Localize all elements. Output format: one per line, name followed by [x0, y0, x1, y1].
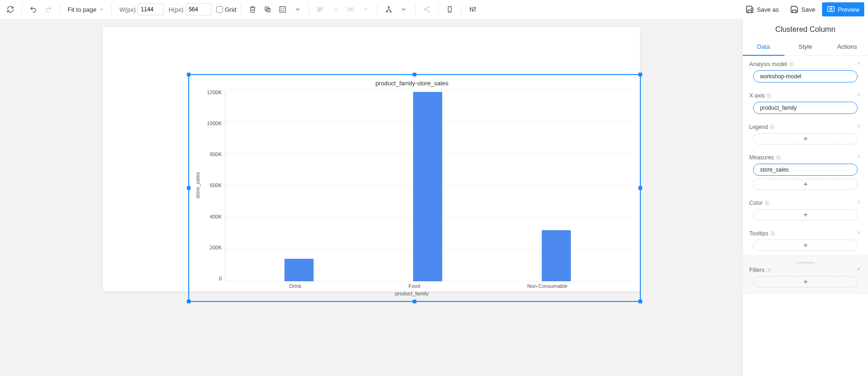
tab-actions[interactable]: Actions	[826, 38, 868, 55]
panel-tabs: Data Style Actions	[743, 38, 868, 56]
plus-icon	[802, 135, 809, 142]
preview-button[interactable]: Preview	[822, 2, 864, 16]
svg-point-11	[386, 11, 388, 12]
align-left-chevron[interactable]	[329, 3, 342, 16]
y-tick: 400K	[210, 214, 222, 219]
plus-icon	[802, 242, 809, 248]
analysis-model-pill[interactable]: workshop-model	[753, 70, 858, 83]
section-legend: Legendi	[743, 119, 868, 149]
report-page[interactable]: product_family-store_sales store_sales 1…	[103, 27, 640, 292]
distribute-button[interactable]	[344, 3, 357, 16]
settings-sliders-button[interactable]	[466, 3, 479, 16]
x-tick: Food	[408, 283, 420, 289]
y-tick: 1200K	[207, 90, 222, 95]
info-icon: i	[764, 200, 770, 206]
height-input[interactable]	[185, 3, 212, 15]
svg-point-25	[475, 7, 476, 8]
measures-pill[interactable]: store_sales	[753, 164, 858, 176]
width-label: W(px)	[119, 6, 136, 13]
section-tooltips: Tooltipsi	[743, 225, 868, 256]
plot-area	[225, 90, 630, 281]
svg-point-21	[470, 8, 471, 9]
y-tick: 200K	[210, 245, 222, 250]
mobile-button[interactable]	[443, 3, 456, 16]
redo-button[interactable]	[42, 3, 55, 16]
hierarchy-button[interactable]	[382, 3, 395, 16]
chevron-right-icon[interactable]	[856, 199, 861, 206]
grid-label: Grid	[225, 6, 237, 13]
legend-add[interactable]	[753, 133, 858, 144]
color-add[interactable]	[753, 209, 858, 220]
info-icon: i	[776, 155, 781, 160]
save-as-button[interactable]: Save as	[741, 2, 784, 16]
y-axis-label: store_sales	[194, 172, 201, 198]
delete-button[interactable]	[246, 3, 259, 16]
save-button[interactable]: Save	[785, 2, 820, 16]
bar-Non-Consumable[interactable]	[542, 230, 571, 281]
save-as-label: Save as	[757, 6, 779, 13]
tab-style[interactable]: Style	[784, 38, 826, 55]
svg-rect-3	[282, 8, 284, 10]
save-label: Save	[801, 6, 815, 13]
y-ticks: 1200K 1000K 800K 600K 400K 200K 0	[201, 90, 225, 281]
info-icon: i	[766, 93, 772, 98]
copy-button[interactable]	[261, 3, 274, 16]
width-input[interactable]	[138, 3, 164, 15]
align-left-button[interactable]	[314, 3, 327, 16]
svg-point-12	[390, 11, 392, 12]
chevron-right-icon[interactable]	[856, 154, 861, 161]
svg-rect-9	[350, 8, 352, 10]
x-tick: Drink	[289, 283, 301, 289]
y-tick: 0	[219, 276, 222, 281]
height-label: H(px)	[169, 6, 184, 13]
chevron-right-icon[interactable]	[856, 92, 861, 99]
bar-Food[interactable]	[413, 92, 442, 281]
drag-handle-icon[interactable]	[796, 262, 815, 263]
share-button[interactable]	[420, 3, 433, 16]
svg-rect-2	[280, 7, 285, 12]
undo-button[interactable]	[27, 3, 40, 16]
section-x-axis: X-axisi product_family	[743, 87, 868, 119]
hierarchy-chevron[interactable]	[397, 3, 410, 16]
x-ticks: Drink Food Non-Consumable	[227, 281, 630, 289]
svg-point-15	[428, 11, 430, 12]
fit-button[interactable]	[276, 3, 289, 16]
tab-data[interactable]: Data	[743, 38, 784, 56]
svg-line-16	[426, 8, 428, 9]
checkbox-icon	[216, 6, 223, 13]
zoom-label: Fit to page	[68, 6, 96, 13]
svg-point-23	[472, 10, 474, 11]
chevron-right-icon[interactable]	[856, 123, 861, 130]
svg-rect-26	[828, 7, 834, 12]
svg-point-13	[428, 7, 430, 8]
toolbar: Fit to page W(px) H(px) Grid	[0, 0, 868, 19]
section-analysis-model: Analysis modeli workshop-model	[743, 56, 868, 87]
filters-add[interactable]	[753, 276, 858, 287]
info-icon: i	[769, 124, 775, 130]
measures-add[interactable]	[753, 179, 858, 190]
tooltips-add[interactable]	[753, 240, 858, 251]
bar-Drink[interactable]	[284, 259, 314, 281]
section-filters: Filtersi	[743, 256, 868, 295]
svg-point-14	[424, 9, 426, 10]
plus-icon	[802, 278, 809, 285]
plus-icon	[802, 211, 809, 218]
chart-title: product_family-store_sales	[194, 80, 630, 87]
x-axis-pill[interactable]: product_family	[753, 102, 858, 114]
info-icon: i	[789, 61, 794, 67]
fit-chevron[interactable]	[291, 3, 304, 16]
svg-point-27	[830, 8, 832, 10]
chevron-right-icon[interactable]	[856, 60, 861, 68]
preview-label: Preview	[838, 6, 860, 13]
section-measures: Measuresi store_sales	[743, 149, 868, 195]
refresh-button[interactable]	[4, 3, 17, 16]
chevron-down-icon	[99, 7, 104, 12]
grid-checkbox[interactable]: Grid	[216, 6, 237, 13]
chevron-right-icon[interactable]	[856, 266, 861, 273]
chevron-right-icon[interactable]	[856, 230, 861, 237]
distribute-chevron[interactable]	[359, 3, 372, 16]
canvas-area[interactable]: product_family-store_sales store_sales 1…	[0, 19, 742, 376]
chart-selection[interactable]: product_family-store_sales store_sales 1…	[188, 74, 641, 302]
zoom-select[interactable]: Fit to page	[65, 6, 107, 13]
panel-title: Clustered Column	[743, 19, 868, 38]
